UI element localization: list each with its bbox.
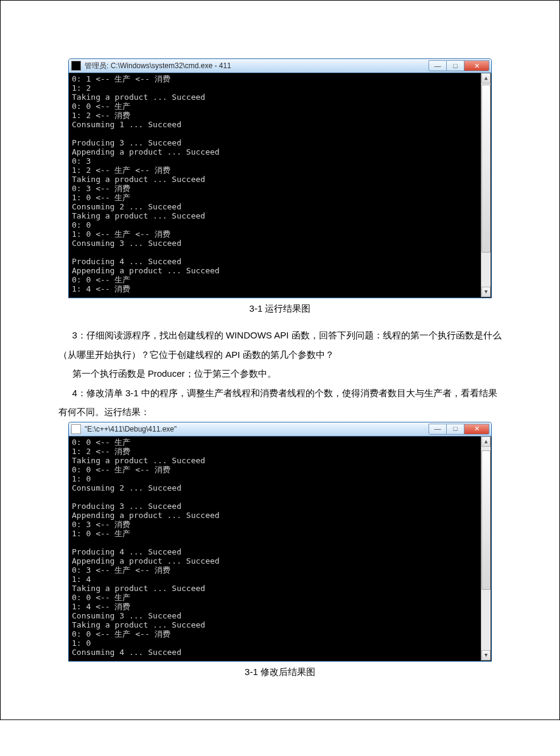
- scroll-up-icon[interactable]: ▲: [481, 73, 491, 83]
- console-window-2: "E:\c++\411\Debug\411.exe" — □ ✕ 0: 0 <-…: [68, 422, 492, 662]
- window-buttons-2: — □ ✕: [429, 424, 489, 435]
- scroll-thumb[interactable]: [481, 85, 491, 253]
- figure-caption-1: 3-1 运行结果图: [58, 303, 502, 315]
- scroll-down-icon[interactable]: ▼: [481, 650, 491, 660]
- console-window-1: 管理员: C:\Windows\system32\cmd.exe - 411 —…: [68, 58, 492, 298]
- scroll-track[interactable]: [481, 83, 491, 287]
- console-text-2: 0: 0 <-- 生产 1: 2 <-- 消费 Taking a product…: [72, 438, 220, 657]
- window-title-2: "E:\c++\411\Debug\411.exe": [83, 425, 429, 433]
- close-button[interactable]: ✕: [464, 424, 489, 435]
- exe-icon: [71, 424, 81, 434]
- answer-3: 第一个执行函数是 Producer；位于第三个参数中。: [58, 364, 502, 383]
- scroll-down-icon[interactable]: ▼: [481, 287, 491, 297]
- question-3: 3：仔细阅读源程序，找出创建线程的 WINDOWS API 函数，回答下列问题：…: [58, 326, 502, 364]
- minimize-button[interactable]: —: [429, 60, 447, 71]
- question-4: 4：修改清单 3-1 中的程序，调整生产者线程和消费者线程的个数，使得消费者数目…: [58, 383, 502, 422]
- scrollbar-1[interactable]: ▲ ▼: [481, 73, 491, 297]
- console-output-1: 0: 1 <-- 生产 <-- 消费 1: 2 Taking a product…: [69, 73, 491, 298]
- scroll-thumb[interactable]: [481, 450, 491, 590]
- maximize-button[interactable]: □: [447, 424, 464, 435]
- figure-caption-2: 3-1 修改后结果图: [58, 667, 502, 678]
- console-text-1: 0: 1 <-- 生产 <-- 消费 1: 2 Taking a product…: [72, 74, 220, 293]
- maximize-button[interactable]: □: [447, 60, 464, 71]
- scrollbar-2[interactable]: ▲ ▼: [481, 436, 491, 660]
- scroll-up-icon[interactable]: ▲: [481, 436, 491, 447]
- close-button[interactable]: ✕: [464, 60, 489, 71]
- document-page: 管理员: C:\Windows\system32\cmd.exe - 411 —…: [0, 0, 560, 720]
- console-output-2: 0: 0 <-- 生产 1: 2 <-- 消费 Taking a product…: [69, 436, 491, 661]
- window-title-1: 管理员: C:\Windows\system32\cmd.exe - 411: [83, 61, 429, 71]
- titlebar-1: 管理员: C:\Windows\system32\cmd.exe - 411 —…: [69, 59, 491, 73]
- titlebar-2: "E:\c++\411\Debug\411.exe" — □ ✕: [69, 422, 491, 436]
- scroll-track[interactable]: [481, 447, 491, 650]
- minimize-button[interactable]: —: [429, 424, 447, 435]
- cmd-icon: [71, 61, 81, 71]
- window-buttons-1: — □ ✕: [429, 60, 489, 71]
